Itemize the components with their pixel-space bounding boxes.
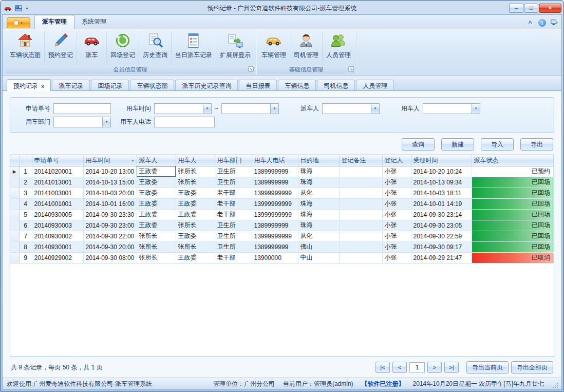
cell-dept[interactable]: 老干部 — [215, 198, 252, 209]
cell-phone[interactable]: 1389999999 — [252, 220, 298, 231]
cell-status[interactable]: 已回场 — [472, 231, 554, 241]
prev-page-button[interactable]: < — [392, 362, 407, 373]
doc-tab[interactable]: 车辆状态图 — [130, 80, 174, 90]
dispatcher-combo[interactable] — [322, 103, 380, 114]
cell-remark[interactable] — [339, 231, 382, 241]
doc-tab[interactable]: 派车记录 — [52, 80, 90, 90]
cell-dept[interactable]: 卫生所 — [215, 166, 252, 177]
column-header[interactable]: 目的地 — [298, 155, 339, 166]
cell-phone[interactable]: 13999999999 — [252, 188, 298, 198]
cell-accept-time[interactable]: 2014-09-29 21:47 — [411, 252, 472, 263]
application-menu-button[interactable]: ▼ — [7, 17, 30, 28]
table-row[interactable]: 3201410030012014-10-03 20:00王政委王政委老干部139… — [10, 188, 554, 198]
export-current-page-button[interactable]: 导出当前页 — [466, 361, 509, 374]
cell-accept-time[interactable]: 2014-10-13 09:34 — [411, 177, 472, 188]
cell-apply-no[interactable]: 20140930005 — [32, 209, 83, 220]
cell-dispatcher[interactable]: 王政委 — [137, 188, 176, 198]
cell-accept-time[interactable]: 2014-09-30 23:05 — [411, 220, 472, 231]
import-button[interactable]: 导入 — [481, 138, 514, 151]
cell-destination[interactable]: 从化 — [298, 188, 339, 198]
combo-arrow-icon[interactable] — [203, 104, 211, 114]
cell-status[interactable]: 已回场 — [472, 241, 554, 252]
cell-dept[interactable]: 卫生所 — [215, 177, 252, 188]
table-row[interactable]: 5201409300052014-09-30 23:30王政委王政委老干部139… — [10, 209, 554, 220]
phone-input[interactable] — [154, 117, 215, 127]
use-time-to-combo[interactable] — [221, 103, 279, 114]
close-button[interactable] — [539, 4, 561, 13]
column-header[interactable]: 登记人 — [382, 155, 411, 166]
cell-use-time[interactable]: 2014-10-01 16:00 — [83, 198, 137, 209]
ribbon-button-driver[interactable]: 司机管理 — [290, 31, 322, 65]
ribbon-tab-dispatch[interactable]: 派车管理 — [34, 15, 74, 29]
column-header[interactable]: 受理时间 — [411, 155, 472, 166]
cell-destination[interactable]: 从化 — [298, 231, 339, 241]
cell-dept[interactable]: 老干部 — [215, 252, 252, 263]
cell-remark[interactable] — [339, 252, 382, 263]
cell-dispatcher[interactable]: 王政委 — [137, 220, 176, 231]
cell-use-time[interactable]: 2014-09-30 20:00 — [83, 241, 137, 252]
column-header[interactable]: 登记备注 — [339, 155, 382, 166]
combo-arrow-icon[interactable] — [472, 104, 480, 114]
use-time-from-combo[interactable] — [154, 103, 212, 114]
cell-dispatcher[interactable]: 王政委 — [137, 209, 176, 220]
cell-dispatcher[interactable]: 张所长 — [137, 241, 176, 252]
cell-registrar[interactable]: 小张 — [382, 188, 411, 198]
cell-accept-time[interactable]: 2014-09-30 22:59 — [411, 231, 472, 241]
ribbon-button-pencil[interactable]: 预约登记 — [44, 31, 77, 65]
cell-remark[interactable] — [339, 188, 382, 198]
cell-status[interactable]: 已回场 — [472, 209, 554, 220]
cell-destination[interactable]: 珠海 — [298, 166, 339, 177]
column-header[interactable]: 派车人 — [137, 155, 176, 166]
column-header[interactable]: 申请单号 — [32, 155, 83, 166]
doc-tab[interactable]: 预约记录 — [7, 79, 51, 91]
cell-user[interactable]: 王政委 — [176, 209, 215, 220]
cell-apply-no[interactable]: 20141013001 — [32, 177, 83, 188]
cell-phone[interactable]: 1389999999 — [252, 177, 298, 188]
cell-dispatcher[interactable]: 王政委 — [137, 198, 176, 209]
cell-remark[interactable] — [339, 166, 382, 177]
license-status-link[interactable]: 【软件已注册】 — [362, 380, 405, 388]
cell-use-time[interactable]: 2014-09-30 23:30 — [83, 209, 137, 220]
resize-grip[interactable] — [552, 382, 558, 388]
cell-dispatcher[interactable]: 王政委 — [137, 166, 176, 177]
close-tab-icon[interactable] — [41, 83, 44, 89]
doc-tab[interactable]: 人员管理 — [356, 80, 394, 90]
cell-accept-time[interactable]: 2014-10-01 14:19 — [411, 198, 472, 209]
cell-use-time[interactable]: 2014-09-30 23:00 — [83, 220, 137, 231]
cell-user[interactable]: 张所长 — [176, 177, 215, 188]
table-row[interactable]: 7201409300022014-09-30 22:00张所长王政委卫生所139… — [10, 231, 554, 241]
cell-remark[interactable] — [339, 209, 382, 220]
user-combo[interactable] — [423, 103, 480, 114]
table-row[interactable]: 8201409300012014-09-30 20:00张所长张所长卫生所138… — [10, 241, 554, 252]
filter-arrow-icon[interactable] — [131, 159, 135, 162]
cell-destination[interactable]: 珠海 — [298, 198, 339, 209]
cell-apply-no[interactable]: 20140930001 — [32, 241, 83, 252]
cell-registrar[interactable]: 小张 — [382, 220, 411, 231]
cell-remark[interactable] — [339, 220, 382, 231]
dialog-launcher-icon[interactable] — [348, 66, 354, 72]
table-row[interactable]: 4201410010012014-10-01 16:00王政委王政委老干部139… — [10, 198, 554, 209]
cell-apply-no[interactable]: 20140930003 — [32, 220, 83, 231]
table-row[interactable]: ▶1201410200012014-10-20 13:00王政委张所长卫生所13… — [10, 166, 554, 177]
cell-apply-no[interactable]: 20141003001 — [32, 188, 83, 198]
qat-dropdown-icon[interactable]: ▼ — [25, 7, 29, 10]
cell-status[interactable]: 已预约 — [472, 166, 554, 177]
new-button[interactable]: 新建 — [441, 138, 474, 151]
ribbon-button-screen[interactable]: 扩展屏显示 — [216, 31, 254, 65]
export-button[interactable]: 导出 — [520, 138, 553, 151]
export-all-pages-button[interactable]: 导出全部页 — [511, 361, 553, 374]
cell-remark[interactable] — [339, 241, 382, 252]
cell-accept-time[interactable]: 2014-10-03 18:11 — [411, 188, 472, 198]
maximize-button[interactable] — [524, 4, 538, 13]
cell-phone[interactable]: 13999999999 — [252, 231, 298, 241]
cell-registrar[interactable]: 小张 — [382, 231, 411, 241]
doc-tab[interactable]: 回场记录 — [91, 80, 129, 90]
cell-phone[interactable]: 13900000 — [252, 252, 298, 263]
doc-tab[interactable]: 车辆信息 — [278, 80, 316, 90]
cell-phone[interactable]: 13999999999 — [252, 198, 298, 209]
cell-apply-no[interactable]: 20140930002 — [32, 231, 83, 241]
table-row[interactable]: 9201409290022014-09-30 08:00张所长王政委老干部139… — [10, 252, 554, 263]
cell-user[interactable]: 王政委 — [176, 231, 215, 241]
cell-dispatcher[interactable]: 张所长 — [137, 252, 176, 263]
ribbon-button-red-car[interactable]: 派车 — [77, 31, 106, 65]
